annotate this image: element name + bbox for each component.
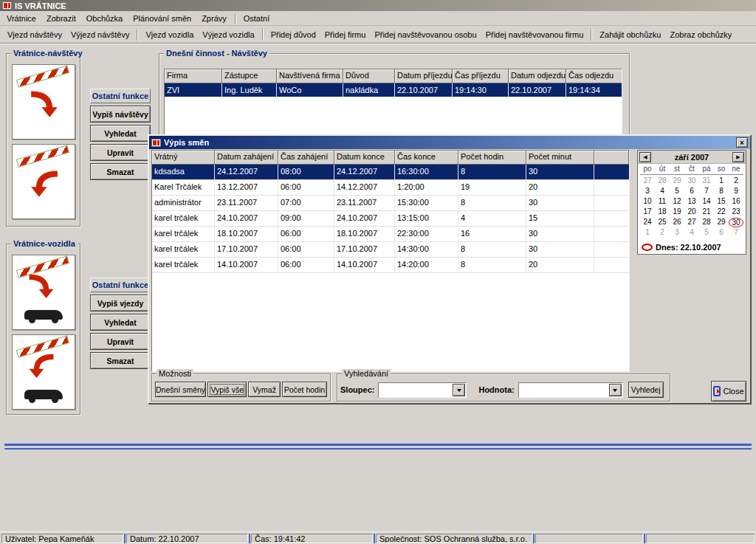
toolbar-pridej-navstevovanou-firmu[interactable]: Přidej navštěvovanou firmu — [481, 28, 588, 41]
shift-table-row[interactable]: karel trčálek 17.10.2007 06:00 17.10.200… — [152, 242, 629, 258]
calendar-day[interactable]: 3 — [670, 227, 684, 238]
col-datum-konce[interactable]: Datum konce — [334, 151, 395, 165]
clear-button[interactable]: Vymaž — [248, 382, 280, 397]
menu-item-zpravy[interactable]: Zprávy — [196, 12, 232, 25]
shift-table-row[interactable]: kdsadsa 24.12.2007 08:00 24.12.2007 16:3… — [152, 165, 629, 180]
calendar-today[interactable]: Dnes: 22.10.2007 — [642, 243, 721, 252]
close-button[interactable]: Close — [711, 381, 746, 402]
delete-vehicle-button[interactable]: Smazat — [90, 352, 151, 369]
combobox-dropdown-icon[interactable] — [609, 384, 622, 396]
col-datum-odjezdu[interactable]: Datum odjezdu — [509, 69, 566, 83]
toolbar-zahajit-obchuzku[interactable]: Zahájit obchůzku — [595, 28, 665, 41]
value-combobox[interactable] — [518, 382, 623, 398]
calendar-day[interactable]: 5 — [670, 186, 684, 196]
calendar-day[interactable]: 20 — [684, 207, 699, 217]
col-vratny[interactable]: Vrátný — [152, 151, 215, 165]
shift-table-row[interactable]: Karel Trčálek 13.12.2007 06:00 14.12.200… — [152, 180, 629, 196]
calendar-day[interactable]: 31 — [699, 176, 714, 186]
visits-table-row[interactable]: ZVI Ing. Luděk WoCo nakládka 22.10.2007 … — [165, 83, 622, 97]
calendar-day[interactable]: 12 — [670, 196, 684, 207]
toolbar-vyjezd-navstevy[interactable]: Výjezd návštěvy — [66, 28, 134, 41]
calendar-day[interactable]: 4 — [655, 186, 670, 196]
calendar-day[interactable]: 6 — [684, 186, 699, 196]
calendar-day[interactable]: 27 — [640, 176, 655, 186]
menu-item-zobrazit[interactable]: Zobrazit — [41, 12, 81, 25]
calendar-day[interactable]: 22 — [714, 207, 729, 217]
col-cas-prijezdu[interactable]: Čas příjezdu — [453, 69, 509, 83]
calendar-day[interactable]: 13 — [684, 196, 699, 207]
shift-table-row[interactable]: karel trčálek 24.10.2007 09:00 24.10.200… — [152, 211, 629, 227]
calendar-day[interactable]: 29 — [714, 217, 729, 227]
shift-table-row[interactable]: karel trčálek 18.10.2007 06:00 18.10.200… — [152, 227, 629, 242]
menu-item-obchuzka[interactable]: Obchůzka — [81, 12, 128, 25]
toolbar-zobraz-obchuzky[interactable]: Zobraz obchůzky — [665, 28, 736, 41]
calendar-prev-button[interactable]: ◀ — [639, 152, 651, 162]
calendar-day[interactable]: 2 — [655, 227, 670, 238]
dialog-close-icon[interactable]: × — [736, 137, 748, 148]
list-all-button[interactable]: Vypiš vše — [207, 382, 247, 397]
calendar-day[interactable]: 4 — [684, 227, 699, 238]
toolbar-pridej-navstevovanou-osobu[interactable]: Přidej navštěvovanou osobu — [370, 28, 481, 41]
calendar-day[interactable]: 7 — [699, 186, 714, 196]
toolbar-vjezd-navstevy[interactable]: Vjezd návštěvy — [3, 28, 66, 41]
calendar-day[interactable]: 26 — [670, 217, 684, 227]
delete-visit-button[interactable]: Smazat — [90, 163, 151, 180]
menu-item-planovani-smen[interactable]: Plánování směn — [128, 12, 196, 25]
calendar-day[interactable]: 7 — [729, 227, 743, 238]
col-cas-konce[interactable]: Čas konce — [395, 151, 458, 165]
col-navstivena-firma[interactable]: Navštívená firma — [277, 69, 343, 83]
search-button[interactable]: Vyhledej — [628, 382, 664, 398]
col-zastupce[interactable]: Zástupce — [222, 69, 277, 83]
col-pocet-hodin[interactable]: Počet hodin — [458, 151, 526, 165]
edit-visit-button[interactable]: Upravit — [90, 144, 151, 161]
col-firma[interactable]: Firma — [165, 69, 222, 83]
visit-exit-gate-button[interactable] — [12, 144, 75, 219]
toolbar-vjezd-vozidla[interactable]: Vjezd vozidla — [141, 28, 198, 41]
calendar-day[interactable]: 30 — [729, 217, 743, 227]
calendar-day[interactable]: 19 — [670, 207, 684, 217]
calendar-day[interactable]: 27 — [684, 217, 699, 227]
col-cas-zahajeni[interactable]: Čas zahájení — [278, 151, 334, 165]
calendar-day[interactable]: 29 — [670, 176, 684, 186]
calendar-day[interactable]: 8 — [714, 186, 729, 196]
calendar-day[interactable]: 5 — [699, 227, 714, 238]
calendar-day[interactable]: 30 — [684, 176, 699, 186]
calendar-day[interactable]: 18 — [655, 207, 670, 217]
toolbar-vyjezd-vozidla[interactable]: Výjezd vozidla — [198, 28, 258, 41]
shift-table-row[interactable]: administrátor 23.11.2007 07:00 23.11.200… — [152, 196, 629, 211]
toolbar-pridej-duvod[interactable]: Přidej důvod — [267, 28, 320, 41]
calendar-day[interactable]: 14 — [699, 196, 714, 207]
calendar-day[interactable]: 3 — [640, 186, 655, 196]
calendar-day[interactable]: 25 — [655, 217, 670, 227]
calendar-day[interactable]: 1 — [714, 176, 729, 186]
col-pocet-minut[interactable]: Počet minut — [526, 151, 594, 165]
calendar-day[interactable]: 1 — [640, 227, 655, 238]
menu-item-vratnice[interactable]: Vrátnice — [1, 12, 41, 25]
vehicle-exit-gate-button[interactable] — [12, 334, 75, 410]
calendar-day[interactable]: 17 — [640, 207, 655, 217]
edit-vehicle-button[interactable]: Upravit — [90, 333, 151, 350]
calendar-day[interactable]: 2 — [729, 176, 743, 186]
calendar-day[interactable]: 28 — [655, 176, 670, 186]
vehicle-entry-gate-button[interactable] — [12, 255, 75, 330]
col-cas-odjezdu[interactable]: Čas odjezdu — [566, 69, 622, 83]
col-datum-prijezdu[interactable]: Datum příjezdu — [395, 69, 453, 83]
app-titlebar[interactable]: IS VRÁTNICE — [0, 0, 756, 11]
list-entries-button[interactable]: Vypiš vjezdy — [90, 295, 151, 311]
hours-count-button[interactable]: Počet hodin — [282, 382, 327, 397]
calendar-day[interactable]: 9 — [729, 186, 743, 196]
calendar-next-button[interactable]: ▶ — [732, 152, 744, 162]
calendar-day[interactable]: 6 — [714, 227, 729, 238]
col-datum-zahajeni[interactable]: Datum zahájení — [215, 151, 278, 165]
shift-table-row[interactable]: karel trčálek 14.10.2007 06:00 14.10.200… — [152, 258, 629, 273]
calendar-day[interactable]: 11 — [655, 196, 670, 207]
search-visits-button[interactable]: Vyhledat — [90, 125, 151, 142]
list-visits-button[interactable]: Vypiš návštěvy — [90, 106, 151, 123]
search-vehicles-button[interactable]: Vyhledat — [90, 314, 151, 331]
calendar-day[interactable]: 24 — [640, 217, 655, 227]
calendar-day[interactable]: 23 — [729, 207, 743, 217]
combobox-dropdown-icon[interactable] — [453, 384, 465, 396]
calendar-day[interactable]: 28 — [699, 217, 714, 227]
calendar-day[interactable]: 10 — [640, 196, 655, 207]
toolbar-pridej-firmu[interactable]: Přidej firmu — [320, 28, 371, 41]
